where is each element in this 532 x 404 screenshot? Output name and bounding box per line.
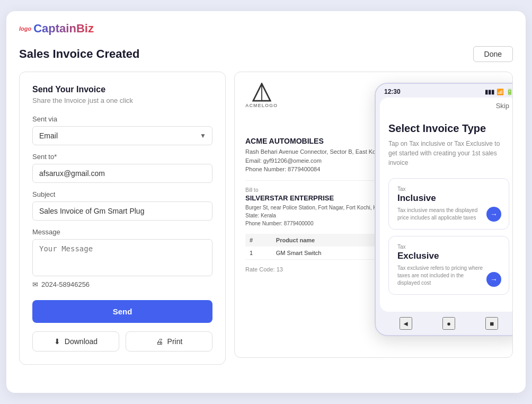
- download-button[interactable]: ⬇ Download: [32, 331, 119, 352]
- rate-code: Rate Code: 13: [245, 266, 283, 307]
- mobile-content: Skip Select Invoice Type Tap on Tax incl…: [380, 98, 513, 312]
- signal-icon: ▮▮▮: [485, 89, 494, 95]
- print-button[interactable]: 🖨 Print: [126, 331, 212, 352]
- tax-exclusive-card[interactable]: Tax Exclusive Tax exclusive refers to pr…: [388, 236, 509, 295]
- mobile-home-button[interactable]: ●: [442, 317, 455, 330]
- send-card-title: Send Your Invoice: [32, 85, 212, 94]
- sent-to-group: Sent to*: [32, 153, 212, 183]
- send-card-subtitle: Share the Invoice just a one click: [32, 96, 212, 104]
- col-num: #: [245, 234, 272, 247]
- invoice-ref: ✉ 2024-58946256: [32, 280, 212, 288]
- subject-group: Subject: [32, 190, 212, 221]
- mobile-time: 12:30: [384, 88, 401, 95]
- main-container: logo CaptainBiz Sales Invoice Created Do…: [6, 11, 526, 393]
- mobile-back-button[interactable]: ◄: [400, 317, 412, 330]
- logo-text: CaptainBiz: [33, 22, 94, 36]
- content-area: Send Your Invoice Share the Invoice just…: [19, 72, 513, 365]
- send-button[interactable]: Send: [32, 300, 212, 323]
- message-group: Message ✉ 2024-58946256: [32, 228, 212, 288]
- sent-to-input[interactable]: [32, 164, 212, 183]
- logo-area: logo CaptainBiz: [19, 22, 94, 36]
- wifi-icon: 📶: [496, 89, 504, 95]
- acme-logo-text: ACMELOGO: [245, 103, 278, 108]
- sent-via-select-wrapper: Email WhatsApp SMS ▼: [32, 126, 212, 145]
- mobile-body: Select Invoice Type Tap on Tax inclusive…: [380, 114, 513, 312]
- tax-exclusive-desc: Tax exclusive refers to pricing where ta…: [397, 265, 486, 287]
- acme-logo: ACMELOGO: [245, 83, 278, 108]
- tax-exclusive-name: Exclusive: [397, 251, 486, 261]
- tax-exclusive-content: Tax Exclusive Tax exclusive refers to pr…: [397, 244, 486, 287]
- done-button[interactable]: Done: [473, 46, 513, 62]
- download-icon: ⬇: [54, 337, 60, 346]
- invoice-ref-number: 2024-58946256: [41, 280, 90, 288]
- tax-inclusive-arrow[interactable]: →: [486, 207, 501, 222]
- tax-inclusive-card[interactable]: Tax Inclusive Tax inclusive means the di…: [388, 178, 509, 230]
- sent-to-label: Sent to*: [32, 153, 212, 161]
- subject-input[interactable]: [32, 201, 212, 221]
- subject-label: Subject: [32, 190, 212, 198]
- send-card: Send Your Invoice Share the Invoice just…: [19, 72, 226, 365]
- mobile-skip-bar: Skip: [380, 98, 513, 114]
- print-icon: 🖨: [156, 337, 163, 346]
- message-label: Message: [32, 228, 212, 236]
- invoice-icon: ✉: [32, 280, 38, 288]
- mobile-overlay: 12:30 ▮▮▮ 📶 🔋 Skip Select Invoice Type T…: [375, 83, 513, 336]
- skip-button[interactable]: Skip: [496, 102, 509, 110]
- tax-inclusive-content: Tax Inclusive Tax inclusive means the di…: [397, 186, 486, 222]
- tax-inclusive-name: Inclusive: [397, 193, 486, 204]
- mobile-icons: ▮▮▮ 📶 🔋: [485, 89, 513, 95]
- download-label: Download: [65, 337, 97, 346]
- message-textarea[interactable]: [32, 239, 212, 276]
- print-label: Print: [167, 337, 183, 346]
- mobile-square-button[interactable]: ■: [485, 317, 498, 330]
- page-title: Sales Invoice Created: [19, 47, 139, 61]
- sent-via-select[interactable]: Email WhatsApp SMS: [32, 126, 212, 145]
- tax-inclusive-type: Tax: [397, 186, 486, 192]
- item-num: 1: [245, 247, 272, 260]
- mobile-subtitle: Tap on Tax inclusive or Tax Exclusive to…: [388, 139, 509, 168]
- invoice-card: ACMELOGO Tax Invoice Invoice Number 2024…: [234, 72, 513, 358]
- battery-icon: 🔋: [506, 89, 513, 95]
- mobile-footer: ◄ ● ■: [376, 312, 513, 335]
- tax-exclusive-arrow[interactable]: →: [486, 272, 501, 287]
- mobile-title: Select Invoice Type: [388, 122, 509, 135]
- tax-exclusive-type: Tax: [397, 244, 486, 250]
- mobile-status-bar: 12:30 ▮▮▮ 📶 🔋: [376, 84, 513, 98]
- sent-via-label: Sent via: [32, 115, 212, 123]
- acme-logo-svg: [252, 83, 271, 102]
- action-row: ⬇ Download 🖨 Print: [32, 331, 212, 352]
- sent-via-group: Sent via Email WhatsApp SMS ▼: [32, 115, 212, 145]
- tax-inclusive-desc: Tax inclusive means the displayed price …: [397, 207, 486, 222]
- top-bar: logo CaptainBiz: [19, 22, 513, 36]
- logo-tag: logo: [19, 25, 31, 32]
